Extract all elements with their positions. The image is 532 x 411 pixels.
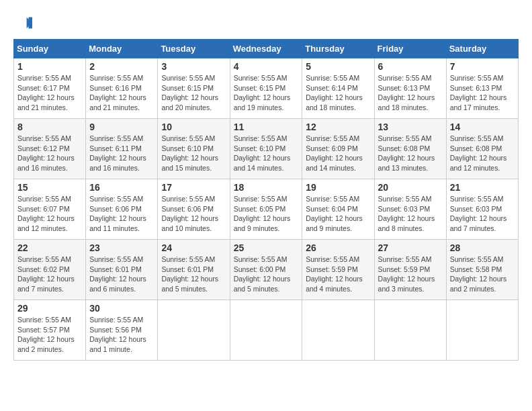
day-detail: Sunrise: 5:55 AM Sunset: 6:13 PM Dayligh… [378,73,443,113]
calendar-cell: 6 Sunrise: 5:55 AM Sunset: 6:13 PM Dayli… [374,58,446,119]
calendar-cell: 8 Sunrise: 5:55 AM Sunset: 6:12 PM Dayli… [14,119,86,179]
day-number: 27 [378,242,443,253]
calendar-cell: 4 Sunrise: 5:55 AM Sunset: 6:15 PM Dayli… [230,58,302,119]
calendar-cell [302,300,374,361]
calendar-cell: 17 Sunrise: 5:55 AM Sunset: 6:06 PM Dayl… [158,179,230,240]
day-detail: Sunrise: 5:55 AM Sunset: 6:01 PM Dayligh… [89,255,154,294]
logo [13,13,35,32]
calendar-cell: 14 Sunrise: 5:55 AM Sunset: 6:08 PM Dayl… [446,119,518,179]
day-number: 24 [161,242,226,253]
day-number: 23 [89,242,154,253]
calendar-cell: 21 Sunrise: 5:55 AM Sunset: 6:03 PM Dayl… [446,179,518,240]
day-number: 26 [306,242,370,253]
calendar-cell [446,300,518,361]
calendar-cell [230,300,302,361]
day-detail: Sunrise: 5:55 AM Sunset: 6:08 PM Dayligh… [378,134,443,173]
day-number: 21 [450,182,515,193]
day-detail: Sunrise: 5:55 AM Sunset: 5:59 PM Dayligh… [306,255,370,294]
day-number: 5 [306,61,370,72]
day-detail: Sunrise: 5:55 AM Sunset: 6:07 PM Dayligh… [17,194,82,234]
day-detail: Sunrise: 5:55 AM Sunset: 6:02 PM Dayligh… [17,255,82,294]
day-detail: Sunrise: 5:55 AM Sunset: 6:15 PM Dayligh… [161,73,226,113]
calendar-cell: 30 Sunrise: 5:55 AM Sunset: 5:56 PM Dayl… [86,300,158,361]
header [13,13,519,32]
day-number: 30 [89,303,154,314]
calendar-week-row: 1 Sunrise: 5:55 AM Sunset: 6:17 PM Dayli… [14,58,519,119]
day-detail: Sunrise: 5:55 AM Sunset: 6:03 PM Dayligh… [378,194,443,234]
calendar-cell: 1 Sunrise: 5:55 AM Sunset: 6:17 PM Dayli… [14,58,86,119]
day-detail: Sunrise: 5:55 AM Sunset: 6:10 PM Dayligh… [234,134,299,173]
calendar-cell: 16 Sunrise: 5:55 AM Sunset: 6:06 PM Dayl… [86,179,158,240]
calendar-cell: 28 Sunrise: 5:55 AM Sunset: 5:58 PM Dayl… [446,240,518,300]
day-detail: Sunrise: 5:55 AM Sunset: 6:12 PM Dayligh… [17,134,82,173]
day-header-wednesday: Wednesday [230,40,302,58]
day-detail: Sunrise: 5:55 AM Sunset: 6:06 PM Dayligh… [89,194,154,234]
calendar-cell: 7 Sunrise: 5:55 AM Sunset: 6:13 PM Dayli… [446,58,518,119]
day-number: 6 [378,61,443,72]
day-number: 12 [306,122,370,132]
calendar-cell: 3 Sunrise: 5:55 AM Sunset: 6:15 PM Dayli… [158,58,230,119]
calendar-cell [374,300,446,361]
day-header-saturday: Saturday [446,40,518,58]
day-number: 13 [378,122,443,132]
calendar-cell: 13 Sunrise: 5:55 AM Sunset: 6:08 PM Dayl… [374,119,446,179]
day-number: 15 [17,182,82,193]
day-number: 16 [89,182,154,193]
calendar-cell: 22 Sunrise: 5:55 AM Sunset: 6:02 PM Dayl… [14,240,86,300]
day-header-thursday: Thursday [302,40,374,58]
day-number: 2 [89,61,154,72]
calendar-cell: 23 Sunrise: 5:55 AM Sunset: 6:01 PM Dayl… [86,240,158,300]
calendar-cell [158,300,230,361]
calendar-cell: 18 Sunrise: 5:55 AM Sunset: 6:05 PM Dayl… [230,179,302,240]
day-detail: Sunrise: 5:55 AM Sunset: 6:06 PM Dayligh… [161,194,226,234]
day-number: 9 [89,122,154,132]
day-detail: Sunrise: 5:55 AM Sunset: 6:13 PM Dayligh… [450,73,515,113]
day-detail: Sunrise: 5:55 AM Sunset: 6:16 PM Dayligh… [89,73,154,113]
calendar-week-row: 29 Sunrise: 5:55 AM Sunset: 5:57 PM Dayl… [14,300,519,361]
calendar-cell: 12 Sunrise: 5:55 AM Sunset: 6:09 PM Dayl… [302,119,374,179]
day-detail: Sunrise: 5:55 AM Sunset: 6:15 PM Dayligh… [234,73,299,113]
calendar-cell: 26 Sunrise: 5:55 AM Sunset: 5:59 PM Dayl… [302,240,374,300]
day-detail: Sunrise: 5:55 AM Sunset: 5:59 PM Dayligh… [378,255,443,294]
calendar-cell: 2 Sunrise: 5:55 AM Sunset: 6:16 PM Dayli… [86,58,158,119]
day-detail: Sunrise: 5:55 AM Sunset: 5:58 PM Dayligh… [450,255,515,294]
day-header-tuesday: Tuesday [158,40,230,58]
day-detail: Sunrise: 5:55 AM Sunset: 6:01 PM Dayligh… [161,255,226,294]
calendar-cell: 27 Sunrise: 5:55 AM Sunset: 5:59 PM Dayl… [374,240,446,300]
calendar-cell: 5 Sunrise: 5:55 AM Sunset: 6:14 PM Dayli… [302,58,374,119]
day-number: 11 [234,122,299,132]
day-number: 4 [234,61,299,72]
day-detail: Sunrise: 5:55 AM Sunset: 6:08 PM Dayligh… [450,134,515,173]
day-header-friday: Friday [374,40,446,58]
svg-marker-1 [28,17,32,29]
day-detail: Sunrise: 5:55 AM Sunset: 6:10 PM Dayligh… [161,134,226,173]
calendar-cell: 25 Sunrise: 5:55 AM Sunset: 6:00 PM Dayl… [230,240,302,300]
day-number: 20 [378,182,443,193]
calendar-cell: 24 Sunrise: 5:55 AM Sunset: 6:01 PM Dayl… [158,240,230,300]
day-detail: Sunrise: 5:55 AM Sunset: 6:14 PM Dayligh… [306,73,370,113]
calendar-week-row: 15 Sunrise: 5:55 AM Sunset: 6:07 PM Dayl… [14,179,519,240]
day-number: 28 [450,242,515,253]
calendar-header-row: SundayMondayTuesdayWednesdayThursdayFrid… [14,40,519,58]
day-detail: Sunrise: 5:55 AM Sunset: 5:57 PM Dayligh… [17,315,82,355]
calendar-week-row: 8 Sunrise: 5:55 AM Sunset: 6:12 PM Dayli… [14,119,519,179]
calendar-week-row: 22 Sunrise: 5:55 AM Sunset: 6:02 PM Dayl… [14,240,519,300]
day-detail: Sunrise: 5:55 AM Sunset: 6:03 PM Dayligh… [450,194,515,234]
day-detail: Sunrise: 5:55 AM Sunset: 6:09 PM Dayligh… [306,134,370,173]
day-detail: Sunrise: 5:55 AM Sunset: 6:05 PM Dayligh… [234,194,299,234]
day-number: 29 [17,303,82,314]
day-number: 18 [234,182,299,193]
calendar-cell: 19 Sunrise: 5:55 AM Sunset: 6:04 PM Dayl… [302,179,374,240]
day-detail: Sunrise: 5:55 AM Sunset: 5:56 PM Dayligh… [89,315,154,355]
day-number: 3 [161,61,226,72]
calendar-cell: 11 Sunrise: 5:55 AM Sunset: 6:10 PM Dayl… [230,119,302,179]
day-number: 7 [450,61,515,72]
day-header-sunday: Sunday [14,40,86,58]
day-number: 19 [306,182,370,193]
calendar-cell: 29 Sunrise: 5:55 AM Sunset: 5:57 PM Dayl… [14,300,86,361]
calendar-cell: 20 Sunrise: 5:55 AM Sunset: 6:03 PM Dayl… [374,179,446,240]
day-number: 22 [17,242,82,253]
day-number: 1 [17,61,82,72]
calendar-cell: 9 Sunrise: 5:55 AM Sunset: 6:11 PM Dayli… [86,119,158,179]
day-detail: Sunrise: 5:55 AM Sunset: 6:00 PM Dayligh… [234,255,299,294]
